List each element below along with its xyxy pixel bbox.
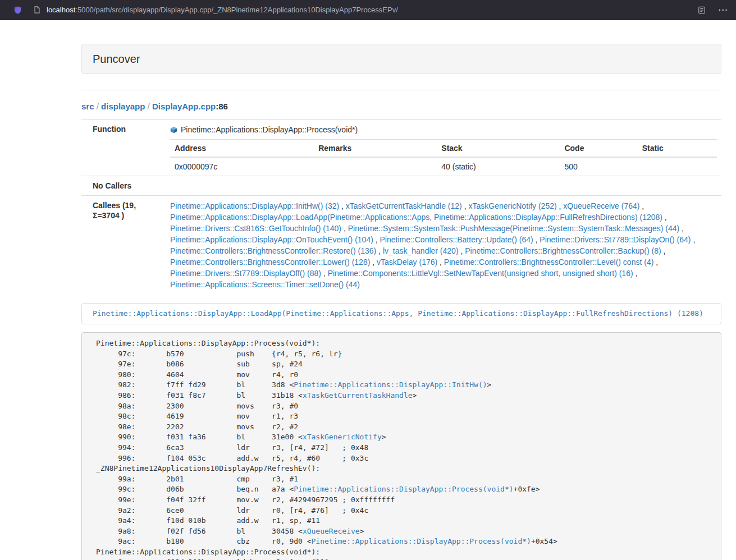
stats-value-row: 0x0000097c 40 (static) 500	[170, 157, 717, 176]
assembly-symbol-link[interactable]: Pinetime::Applications::DisplayApp::Proc…	[294, 485, 513, 493]
stats-stack: 40 (static)	[437, 157, 560, 176]
callee-link[interactable]: xTaskGetCurrentTaskHandle (12)	[346, 201, 462, 210]
callee-link[interactable]: Pinetime::Controllers::BrightnessControl…	[465, 246, 661, 255]
reader-view-icon[interactable]	[698, 6, 706, 14]
assembly-symbol-link[interactable]: Pinetime::Applications::DisplayApp::Init…	[294, 380, 487, 389]
stats-static	[638, 157, 717, 176]
breadcrumb-separator: /	[145, 102, 152, 111]
breadcrumb-line-number: :86	[216, 102, 228, 111]
callee-link[interactable]: xQueueReceive (764)	[563, 201, 639, 210]
function-cell: Pinetime::Applications::DisplayApp::Proc…	[166, 120, 721, 176]
divider	[81, 90, 721, 90]
callee-link[interactable]: Pinetime::Controllers::Battery::Update()…	[380, 235, 533, 244]
callee-link[interactable]: Pinetime::Applications::DisplayApp::Load…	[170, 213, 662, 222]
assembly-symbol-link[interactable]: xQueueReceive	[303, 527, 360, 535]
function-row: Function Pinetime::Applications::Display…	[81, 120, 721, 176]
breadcrumb-link[interactable]: src	[81, 102, 94, 111]
stats-remarks	[314, 157, 437, 176]
symbol-link[interactable]: Pinetime::Applications::DisplayApp::Load…	[93, 309, 703, 318]
callees-label: Callees (19, Σ=3704 )	[81, 196, 166, 295]
assembly-symbol-link[interactable]: Pinetime::Applications::DisplayApp::Proc…	[312, 537, 531, 545]
method-cube-icon	[170, 125, 177, 136]
no-callers-label: No Callers	[81, 176, 166, 196]
overflow-menu-icon[interactable]: ⋯	[718, 5, 728, 15]
url-path: :5000/path/src/displayapp/DisplayApp.cpp…	[75, 6, 398, 14]
assembly-symbol-link[interactable]: xTaskGenericNotify	[303, 433, 382, 441]
stats-header-address: Address	[170, 140, 314, 158]
callee-link[interactable]: Pinetime::Controllers::BrightnessControl…	[170, 246, 376, 255]
callee-link[interactable]: Pinetime::Drivers::Cst816S::GetTouchInfo…	[170, 224, 341, 233]
callers-list	[166, 176, 721, 196]
breadcrumb-link[interactable]: displayapp	[101, 102, 145, 111]
callee-link[interactable]: Pinetime::Applications::DisplayApp::OnTo…	[170, 235, 373, 244]
callees-list: Pinetime::Applications::DisplayApp::Init…	[166, 196, 721, 295]
callee-link[interactable]: Pinetime::Applications::DisplayApp::Init…	[170, 201, 339, 210]
stats-header-remarks: Remarks	[314, 140, 437, 158]
app-title-box: Puncover	[81, 44, 721, 74]
stats-header-row: Address Remarks Stack Code Static	[170, 140, 717, 158]
function-name: Pinetime::Applications::DisplayApp::Proc…	[181, 125, 358, 134]
callee-link[interactable]: Pinetime::Controllers::BrightnessControl…	[170, 258, 370, 267]
shield-icon[interactable]	[13, 6, 22, 15]
breadcrumb-link[interactable]: DisplayApp.cpp	[152, 102, 216, 111]
app-title: Puncover	[93, 53, 140, 65]
breadcrumb-separator: /	[94, 102, 102, 111]
assembly-code: Pinetime::Applications::DisplayApp::Proc…	[81, 332, 721, 560]
callee-link[interactable]: Pinetime::Components::LittleVgl::SetNewT…	[328, 269, 633, 278]
callee-link[interactable]: Pinetime::Drivers::St7789::DisplayOn() (…	[540, 235, 691, 244]
stats-header-code: Code	[560, 140, 637, 158]
symbol-highlight-box: Pinetime::Applications::DisplayApp::Load…	[81, 303, 721, 324]
stats-header-static: Static	[638, 140, 717, 158]
assembly-symbol-link[interactable]: xTaskGetCurrentTaskHandle	[303, 391, 413, 400]
url-host: localhost	[47, 6, 75, 14]
stats-address: 0x0000097c	[170, 157, 314, 176]
breadcrumb: src / displayapp / DisplayApp.cpp:86	[81, 101, 721, 112]
callee-link[interactable]: lv_task_handler (420)	[383, 246, 459, 255]
stats-code: 500	[560, 157, 637, 176]
callee-link[interactable]: Pinetime::Drivers::St7789::DisplayOff() …	[170, 269, 321, 278]
no-callers-row: No Callers	[81, 176, 721, 196]
stats-table: Address Remarks Stack Code Static 0x0000…	[170, 139, 717, 176]
callee-link[interactable]: vTaskDelay (176)	[377, 258, 437, 267]
callee-link[interactable]: xTaskGenericNotify (252)	[468, 201, 556, 210]
callee-link[interactable]: Pinetime::Applications::Screens::Timer::…	[170, 280, 360, 289]
page-content: Puncover src / displayapp / DisplayApp.c…	[81, 20, 721, 560]
url-bar[interactable]: localhost:5000/path/src/displayapp/Displ…	[47, 6, 698, 14]
callee-link[interactable]: Pinetime::System::SystemTask::PushMessag…	[348, 224, 680, 233]
callees-row: Callees (19, Σ=3704 ) Pinetime::Applicat…	[81, 196, 721, 295]
function-table: Function Pinetime::Applications::Display…	[81, 119, 721, 295]
stats-header-stack: Stack	[437, 140, 560, 158]
callee-link[interactable]: Pinetime::Controllers::BrightnessControl…	[444, 258, 653, 267]
browser-chrome: localhost:5000/path/src/displayapp/Displ…	[0, 0, 736, 20]
function-row-label: Function	[81, 120, 166, 176]
page-info-icon[interactable]	[33, 6, 41, 14]
